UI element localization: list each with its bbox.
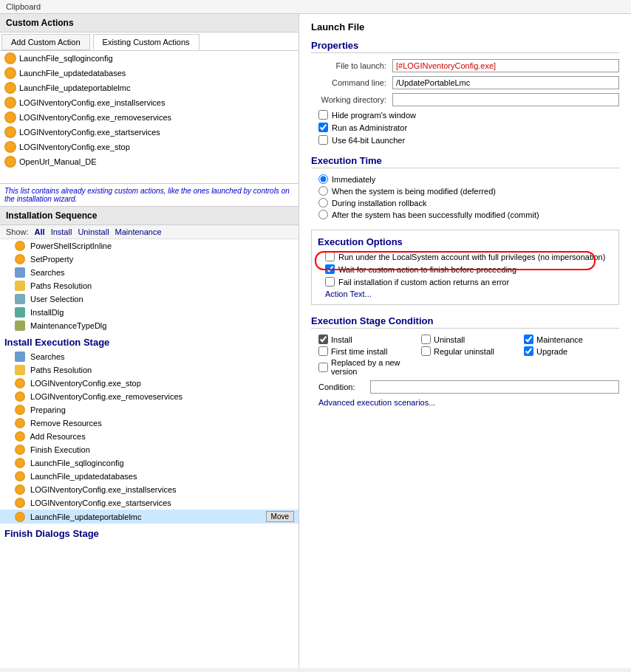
seq-item-searches-top[interactable]: Searches: [0, 266, 299, 279]
file-to-launch-input[interactable]: [392, 59, 619, 72]
radio-rollback-input[interactable]: [318, 198, 328, 208]
right-panel: Launch File Properties File to launch: C…: [299, 14, 631, 668]
list-item[interactable]: LOGINventoryConfig.exe_stop: [0, 140, 299, 154]
list-item[interactable]: LaunchFile_updatedatabases: [0, 66, 299, 80]
stage-regular-uninstall-checkbox[interactable]: [421, 346, 431, 356]
seq-item-setproperty[interactable]: SetProperty: [0, 253, 299, 266]
hide-window-row: Hide program's window: [311, 110, 619, 120]
show-all[interactable]: All: [35, 227, 45, 236]
advanced-link[interactable]: Advanced execution scenarios...: [311, 398, 619, 407]
stage-maintenance-checkbox[interactable]: [524, 335, 533, 344]
list-item[interactable]: OpenUrl_Manual_DE: [0, 154, 299, 169]
stage-upgrade-checkbox[interactable]: [524, 346, 533, 356]
search-icon: [15, 352, 25, 362]
list-item[interactable]: LOGINventoryConfig.exe_removeservices: [0, 110, 299, 125]
run-local-system-label: Run under the LocalSystem account with f…: [338, 253, 605, 261]
use-64bit-label: Use 64-bit Launcher: [332, 136, 405, 145]
show-install[interactable]: Install: [51, 227, 72, 236]
seq-item-paths[interactable]: Paths Resolution: [0, 363, 299, 377]
seq-item-login-install[interactable]: LOGINventoryConfig.exe_installservices: [0, 483, 299, 496]
radio-commit-label: After the system has been successfully m…: [332, 210, 539, 219]
fail-install-label: Fail installation if custom action retur…: [338, 278, 509, 287]
gear-icon: [4, 126, 16, 138]
wait-custom-checkbox[interactable]: [325, 264, 335, 274]
seq-item-user-selection[interactable]: User Selection: [0, 292, 299, 306]
gear-icon: [4, 97, 16, 109]
install-sequence-header: Installation Sequence: [0, 207, 299, 225]
hide-window-checkbox[interactable]: [318, 110, 328, 120]
seq-item-paths-top[interactable]: Paths Resolution: [0, 279, 299, 292]
list-item[interactable]: LaunchFile_sqlloginconfig: [0, 51, 299, 66]
install-icon: [15, 307, 25, 318]
gear-icon: [15, 471, 25, 481]
hide-window-label: Hide program's window: [332, 111, 416, 120]
seq-item-installdlg[interactable]: InstallDlg: [0, 306, 299, 319]
seq-item-loginstop[interactable]: LOGINventoryConfig.exe_stop: [0, 377, 299, 390]
condition-label: Condition:: [318, 383, 370, 391]
execution-options-title: Execution Options: [318, 236, 613, 247]
stage-regular-uninstall-label: Regular uninstall: [434, 347, 494, 356]
execution-options-section: Execution Options Run under the LocalSys…: [311, 230, 619, 305]
sequence-list: PowerShellScriptInline SetProperty Searc…: [0, 239, 299, 668]
execution-stage-title: Execution Stage Condition: [311, 315, 619, 329]
move-button[interactable]: Move: [266, 511, 294, 522]
list-item[interactable]: LOGINventoryConfig.exe_installservices: [0, 95, 299, 110]
stage-uninstall: Uninstall: [421, 335, 516, 344]
left-panel: Custom Actions Add Custom Action Existin…: [0, 14, 299, 668]
gear-icon: [15, 431, 25, 442]
run-local-system-row: Run under the LocalSystem account with f…: [318, 252, 613, 261]
stage-first-install-checkbox[interactable]: [318, 346, 328, 356]
execution-time-section: Execution Time Immediately When the syst…: [311, 155, 619, 219]
stage-install-checkbox[interactable]: [318, 335, 328, 344]
radio-commit-input[interactable]: [318, 210, 328, 219]
stage-uninstall-label: Uninstall: [434, 335, 465, 344]
run-local-system-checkbox[interactable]: [325, 252, 335, 261]
install-stage-header: Install Execution Stage: [0, 332, 299, 350]
fail-install-checkbox[interactable]: [325, 277, 335, 287]
command-line-input[interactable]: [392, 76, 619, 89]
seq-item-loginremove[interactable]: LOGINventoryConfig.exe_removeservices: [0, 390, 299, 403]
use-64bit-checkbox[interactable]: [318, 135, 328, 145]
stage-install: Install: [318, 335, 414, 344]
condition-input[interactable]: [370, 380, 619, 394]
gear-icon: [4, 67, 16, 79]
install-sequence: Installation Sequence Show: All Install …: [0, 207, 299, 668]
list-item[interactable]: LOGINventoryConfig.exe_startservices: [0, 125, 299, 140]
seq-item-remove-resources[interactable]: Remove Resources: [0, 416, 299, 430]
tab-add-custom-action[interactable]: Add Custom Action: [1, 34, 90, 50]
seq-item-launch-sql[interactable]: LaunchFile_sqlloginconfig: [0, 456, 299, 470]
stage-uninstall-checkbox[interactable]: [421, 335, 431, 344]
seq-item-launch-db[interactable]: LaunchFile_updatedatabases: [0, 470, 299, 483]
tab-existing-custom-actions[interactable]: Existing Custom Actions: [93, 34, 199, 50]
seq-item-launch-portable[interactable]: LaunchFile_updateportablelmc Move: [0, 510, 299, 524]
seq-item-finish-exec[interactable]: Finish Execution: [0, 443, 299, 456]
finish-stage-header: Finish Dialogs Stage: [0, 524, 299, 541]
stage-regular-uninstall: Regular uninstall: [421, 346, 516, 356]
stage-first-install-label: First time install: [331, 347, 387, 356]
command-line-label: Command line:: [311, 78, 392, 87]
seq-item-powershell[interactable]: PowerShellScriptInline: [0, 239, 299, 253]
gear-icon: [15, 445, 25, 455]
file-to-launch-label: File to launch:: [311, 61, 392, 70]
seq-item-searches[interactable]: Searches: [0, 350, 299, 363]
working-dir-row: Working directory:: [311, 93, 619, 106]
seq-item-add-resources[interactable]: Add Resources: [0, 430, 299, 443]
list-item[interactable]: LaunchFile_updateportablelmc: [0, 80, 299, 95]
working-dir-input[interactable]: [392, 93, 619, 106]
seq-item-maintenancedlg[interactable]: MaintenanceTypeDlg: [0, 319, 299, 332]
stage-replaced-checkbox[interactable]: [318, 363, 328, 372]
custom-actions-tabs: Add Custom Action Existing Custom Action…: [0, 32, 299, 51]
radio-immediately-input[interactable]: [318, 174, 328, 184]
show-maintenance[interactable]: Maintenance: [115, 227, 162, 236]
run-as-admin-checkbox[interactable]: [318, 123, 328, 132]
radio-deferred-input[interactable]: [318, 186, 328, 196]
action-text-link[interactable]: Action Text...: [318, 289, 613, 298]
command-line-row: Command line:: [311, 76, 619, 89]
show-uninstall[interactable]: Uninstall: [78, 227, 109, 236]
clipboard-bar: Clipboard: [0, 0, 631, 14]
seq-item-login-start[interactable]: LOGINventoryConfig.exe_startservices: [0, 496, 299, 510]
gear-icon: [4, 82, 16, 94]
radio-deferred-label: When the system is being modified (defer…: [332, 187, 496, 196]
seq-item-preparing[interactable]: Preparing: [0, 403, 299, 416]
gear-icon: [15, 405, 25, 415]
